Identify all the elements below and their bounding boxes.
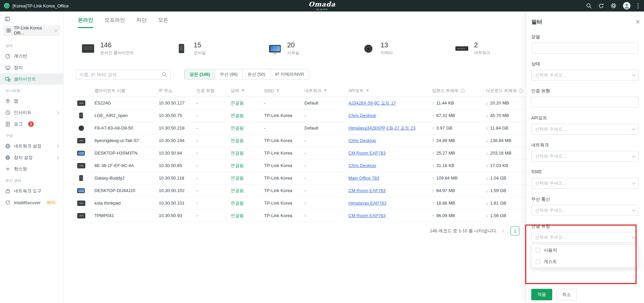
sidebar-item-network-settings[interactable]: 네트워크 설정 [0, 140, 63, 152]
cell-client-name[interactable]: 6E-36-1F-EF-8C-4A [90, 159, 155, 172]
filter-field-select[interactable]: 선택해 주세요... [531, 178, 639, 189]
checkbox[interactable] [536, 259, 540, 264]
tab[interactable]: 오프라인 [105, 17, 125, 28]
dropdown-option[interactable]: 사용자 [532, 244, 638, 256]
cell-client-name[interactable]: LGE_AIR2_open [90, 109, 155, 122]
chevron-down-icon [54, 28, 58, 32]
download-arrow-icon: ↓ [486, 125, 488, 131]
settings-gear-icon[interactable] [610, 3, 617, 9]
table-row[interactable]: LGE_AIR2_open 10.30.50.75 - 연결됨 TP-Link … [72, 109, 538, 122]
ap-port-link[interactable]: Chris Desktop [348, 113, 376, 118]
connection-type-select[interactable]: 선택해 주세요... [531, 232, 639, 243]
table-row[interactable]: kota thinkpad 10.30.50.101 - 연결됨 TP-Link… [72, 197, 538, 209]
stat-value: 2 [474, 41, 490, 49]
sidebar-item-network-tools[interactable]: 네트워크 도구 [0, 185, 63, 197]
cell-client-name[interactable]: F8-A7-63-A8-D8-50 [90, 122, 155, 134]
table-row[interactable]: DESKTOP-DU84J20 10.30.50.102 - 연결됨 TP-Li… [72, 184, 538, 197]
avatar[interactable] [623, 2, 630, 9]
segment-button[interactable]: IP 카메라/NVR [270, 69, 309, 79]
filter-funnel-icon[interactable] [241, 89, 245, 93]
table-row[interactable]: byeongdeog-ui-Tab-S7 10.30.50.194 - 연결됨 … [72, 134, 538, 147]
site-selector[interactable]: TP-Link Korea Offi... [3, 25, 60, 36]
filter-field-label: 무선 통신 [531, 196, 639, 202]
sidebar-item-hotspot[interactable]: 핫스팟 [0, 163, 63, 175]
apply-button[interactable]: 적용 [531, 289, 552, 300]
ap-port-link[interactable]: Himalaya3428XPP-CB-27 포트 23 [348, 125, 415, 131]
ap-port-link[interactable]: Chris Desktop [348, 163, 376, 168]
table-row[interactable]: TPMP041 10.30.50.93 - 연결됨 TP-Link Korea … [72, 209, 538, 222]
tab[interactable]: 차단 [136, 17, 147, 28]
filter-field: AP/포트 선택해 주세요... [531, 115, 639, 135]
connection-type-dropdown: 사용자 게스트 [531, 244, 639, 268]
sidebar-item-dashboard[interactable]: 계기반 [0, 50, 63, 62]
cell-network: - [300, 134, 344, 147]
table-row[interactable]: F8-A7-63-A8-D8-50 10.30.50.218 - 연결됨 - D… [72, 122, 538, 134]
log-icon [5, 121, 10, 127]
more-icon[interactable] [637, 3, 639, 9]
sidebar-item-map[interactable]: 맵 [0, 95, 63, 107]
cancel-button[interactable]: 취소 [556, 289, 577, 300]
search-icon[interactable] [586, 3, 592, 9]
ap-port-link[interactable]: CM Room EAP783 [348, 213, 386, 218]
filter-field-select[interactable]: 선택해 주세요... [531, 124, 639, 135]
stat-label: 모바일 [194, 50, 206, 56]
page-button-1[interactable]: 1 [511, 227, 519, 235]
cell-client-name[interactable]: DESKTOP-DU84J20 [90, 184, 155, 197]
ap-port-link[interactable]: CM Room EAP783 [348, 188, 386, 193]
ap-port-link[interactable]: Main Office 783 [348, 176, 379, 181]
tab[interactable]: 모든 [158, 17, 168, 28]
segment-button[interactable]: 유선 (50) [242, 69, 270, 79]
ap-port-link[interactable]: Himalayas EAP783 [348, 201, 386, 206]
filter-field-input[interactable] [531, 97, 639, 108]
download-arrow-icon: ↓ [486, 213, 488, 218]
ap-port-link[interactable]: AJ3428X-59-9C 포트 17 [348, 100, 396, 106]
dropdown-option[interactable]: 게스트 [532, 256, 638, 267]
filter-field: 무선 통신 선택해 주세요... [531, 196, 639, 216]
segment-button[interactable]: 모든 (146) [185, 69, 215, 79]
filter-field-select[interactable]: 선택해 주세요... [531, 205, 639, 216]
refresh-icon[interactable] [598, 3, 604, 9]
cell-client-name[interactable]: byeongdeog-ui-Tab-S7 [90, 134, 155, 147]
cell-client-name[interactable]: ES224G [90, 97, 155, 109]
sidebar-item-insight[interactable]: 인사이트 [0, 107, 63, 118]
cell-client-name[interactable]: Galaxy-Buddy2 [90, 172, 155, 184]
table-row[interactable]: ES224G 10.30.50.127 - 연결됨 - Default AJ34… [72, 97, 538, 109]
cell-client-name[interactable]: kota thinkpad [90, 197, 155, 209]
cell-ip: 10.30.50.93 [155, 209, 192, 222]
table-row[interactable]: Galaxy-Buddy2 10.30.50.118 - 연결됨 TP-Link… [72, 172, 538, 184]
filter-field-select[interactable]: 선택해 주세요... [531, 151, 639, 162]
filter-field-select[interactable]: 선택해 주세요... [531, 70, 639, 80]
cell-network: - [300, 184, 344, 197]
segment-button[interactable]: 무선 (96) [215, 69, 242, 79]
sidebar-item-intellirecover[interactable]: IntelliRecover BETA [0, 197, 63, 208]
cell-client-name[interactable]: TPMP041 [90, 209, 155, 222]
cell-status: 연결됨 [227, 109, 260, 122]
prev-page-icon[interactable] [501, 230, 507, 232]
ap-port-link[interactable]: Chris Desktop [348, 138, 376, 143]
search-input[interactable] [80, 72, 159, 77]
tab[interactable]: 온라인 [78, 17, 93, 28]
topbar-site[interactable]: [Korea]TP-Link Korea_Office [0, 3, 69, 8]
sidebar-item-devices[interactable]: 장치 [0, 62, 63, 73]
table-row[interactable]: DESKTOP-H3SM3TN 10.30.50.64 - 연결됨 TP-Lin… [72, 147, 538, 159]
network-settings-icon [5, 143, 10, 149]
filter-funnel-icon[interactable] [366, 89, 369, 93]
info-icon[interactable] [460, 89, 465, 93]
cell-auth: - [192, 97, 227, 109]
upload-arrow-icon: ↑ [432, 213, 434, 218]
close-icon[interactable]: × [636, 18, 640, 26]
sidebar-item-clients[interactable]: 클라이언트 [0, 73, 63, 85]
cell-client-name[interactable]: DESKTOP-H3SM3TN [90, 147, 155, 159]
filter-funnel-icon[interactable] [276, 89, 280, 93]
col-ip: IP 주소 [155, 85, 192, 97]
filter-field-label: 모델 [531, 34, 639, 40]
checkbox[interactable] [536, 248, 540, 253]
sidebar-item-log[interactable]: 로그 2 [0, 118, 63, 130]
filter-field-input[interactable] [531, 43, 639, 53]
ap-port-link[interactable]: CM Room EAP783 [348, 150, 386, 156]
sidebar-collapse-icon[interactable] [5, 16, 10, 22]
sidebar-item-device-settings[interactable]: 장치 설정 [0, 152, 63, 163]
info-icon[interactable] [519, 89, 523, 93]
filter-funnel-icon[interactable] [323, 89, 327, 93]
table-row[interactable]: 6E-36-1F-EF-8C-4A 10.30.50.65 - 연결됨 TP-L… [72, 159, 538, 172]
